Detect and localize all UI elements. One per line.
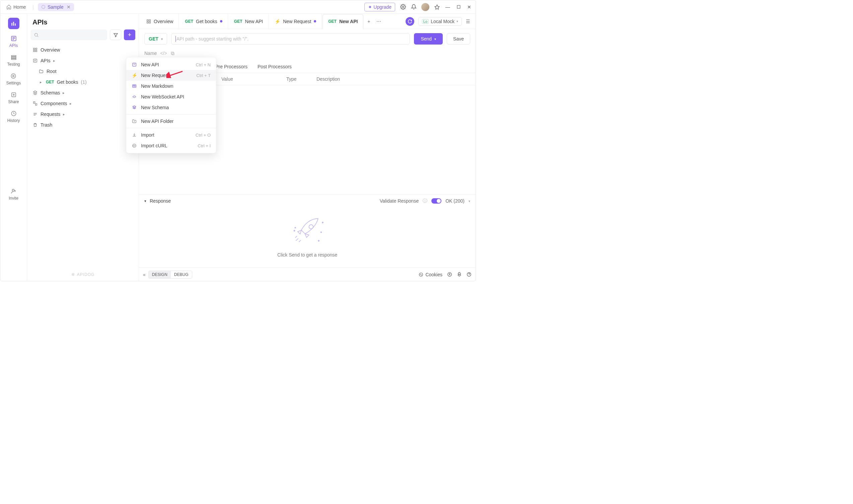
- col-value: Value: [221, 76, 286, 82]
- validate-toggle[interactable]: [431, 198, 441, 204]
- svg-point-33: [420, 274, 421, 274]
- url-input[interactable]: API path - suggest starting with "/".: [171, 33, 410, 44]
- dd-new-schema[interactable]: New Schema: [126, 102, 216, 113]
- dd-new-folder[interactable]: New API Folder: [126, 116, 216, 127]
- chevron-right-icon: ▸: [53, 59, 57, 63]
- rail-share[interactable]: Share: [8, 91, 19, 104]
- add-button[interactable]: +: [124, 30, 135, 40]
- avatar[interactable]: [421, 3, 429, 11]
- rail-invite-label: Invite: [9, 196, 18, 201]
- chevron-down-icon: ▾: [456, 19, 458, 23]
- svg-rect-8: [12, 57, 16, 58]
- tab-more-button[interactable]: ⋯: [374, 17, 383, 26]
- tab-newapi1[interactable]: GET New API: [229, 14, 269, 29]
- bell-icon[interactable]: [411, 4, 417, 10]
- chevron-down-icon: ▾: [434, 37, 436, 41]
- rail-invite[interactable]: Invite: [9, 188, 18, 201]
- bug-icon[interactable]: [457, 272, 462, 277]
- dd-import-curl[interactable]: Import cURL Ctrl + I: [126, 140, 216, 151]
- tree-overview[interactable]: Overview: [30, 45, 136, 55]
- copy-icon[interactable]: [170, 51, 175, 56]
- dd-new-api[interactable]: New API Ctrl + N: [126, 59, 216, 70]
- svg-rect-9: [12, 59, 16, 60]
- tree-apis[interactable]: APIs ▸: [30, 56, 136, 66]
- dd-import-curl-label: Import cURL: [141, 143, 167, 148]
- dd-separator: [126, 128, 216, 128]
- dd-import[interactable]: Import Ctrl + O: [126, 130, 216, 140]
- app-logo[interactable]: [8, 18, 19, 29]
- menu-icon[interactable]: ☰: [466, 19, 470, 24]
- sample-tab[interactable]: Sample ✕: [38, 3, 74, 11]
- bolt-icon: ⚡: [132, 73, 137, 78]
- help-icon[interactable]: [467, 272, 472, 277]
- import-curl-icon: [132, 143, 137, 148]
- upload-icon[interactable]: [447, 272, 452, 277]
- search-input[interactable]: [31, 30, 107, 40]
- tab-getbooks[interactable]: GET Get books: [180, 14, 228, 29]
- dd-new-markdown[interactable]: New Markdown: [126, 81, 216, 91]
- dd-new-request[interactable]: ⚡ New Request Ctrl + T: [126, 70, 216, 81]
- dd-import-label: Import: [141, 132, 155, 138]
- tree-components[interactable]: Components ▸: [30, 98, 136, 108]
- upgrade-icon: ✦: [368, 4, 372, 10]
- tree-getbooks[interactable]: ▸ GET Get books (1): [30, 77, 136, 87]
- tree-root[interactable]: Root: [30, 66, 136, 76]
- dd-new-websocket[interactable]: New WebSocket API: [126, 91, 216, 102]
- tree-requests[interactable]: Requests ▸: [30, 109, 136, 119]
- filter-button[interactable]: [110, 30, 121, 40]
- tree-trash[interactable]: Trash: [30, 120, 136, 130]
- tree-schemas[interactable]: Schemas ▸: [30, 88, 136, 98]
- home-tab[interactable]: Home: [4, 3, 29, 11]
- svg-point-32: [419, 273, 423, 276]
- svg-rect-5: [15, 23, 16, 26]
- chevron-down-icon[interactable]: ▾: [469, 199, 470, 203]
- rail-history[interactable]: History: [7, 110, 20, 123]
- tree-trash-label: Trash: [40, 122, 52, 128]
- rail-apis[interactable]: APIs: [10, 35, 18, 48]
- chevron-down-icon[interactable]: ▾: [144, 199, 146, 203]
- folder-icon: [38, 69, 44, 74]
- rail-share-label: Share: [8, 100, 19, 104]
- design-button[interactable]: DESIGN: [149, 271, 171, 278]
- rocket-icon: [289, 214, 326, 248]
- svg-rect-17: [36, 48, 37, 50]
- req-tab-pre[interactable]: Pre Processors: [215, 61, 248, 73]
- env-selector[interactable]: Lo Local Mock ▾: [418, 17, 462, 26]
- req-tab-post[interactable]: Post Processors: [257, 61, 292, 73]
- response-status[interactable]: OK (200): [446, 198, 465, 204]
- tree-schemas-label: Schemas: [40, 90, 60, 95]
- method-badge: GET: [185, 19, 193, 24]
- save-button[interactable]: Save: [447, 33, 470, 44]
- tree-overview-label: Overview: [40, 47, 60, 53]
- tree-getbooks-label: Get books: [57, 79, 78, 85]
- tab-newrequest[interactable]: ⚡ New Request: [269, 14, 322, 29]
- name-placeholder[interactable]: Name: [144, 51, 157, 56]
- tab-overview[interactable]: Overview: [141, 14, 179, 29]
- dd-import-curl-shortcut: Ctrl + I: [198, 143, 211, 148]
- close-icon[interactable]: ✕: [67, 4, 71, 10]
- collapse-icon[interactable]: «: [143, 272, 146, 277]
- upgrade-button[interactable]: ✦ Upgrade: [364, 3, 395, 12]
- settings-icon[interactable]: [400, 4, 406, 10]
- new-tab-button[interactable]: +: [364, 17, 374, 26]
- svg-point-14: [12, 189, 14, 191]
- rail-settings[interactable]: Settings: [6, 73, 21, 85]
- send-button[interactable]: Send ▾: [414, 33, 443, 44]
- cookies-button[interactable]: Cookies: [419, 272, 442, 277]
- pin-icon[interactable]: [434, 4, 440, 10]
- debug-button[interactable]: DEBUG: [171, 271, 192, 278]
- info-icon[interactable]: ⓘ: [423, 198, 427, 204]
- svg-rect-2: [457, 5, 460, 8]
- upgrade-label: Upgrade: [374, 4, 392, 10]
- refresh-button[interactable]: [405, 17, 414, 26]
- minimize-icon[interactable]: —: [445, 4, 451, 10]
- maximize-icon[interactable]: [455, 4, 461, 10]
- tab-newapi2[interactable]: GET New API: [323, 14, 363, 29]
- rail-testing[interactable]: Testing: [7, 54, 20, 67]
- col-description: Description: [316, 76, 470, 82]
- method-select[interactable]: GET ▾: [144, 33, 167, 44]
- window-close-icon[interactable]: ✕: [466, 4, 472, 10]
- code-icon[interactable]: </>: [160, 51, 167, 56]
- footer-row: « DESIGN DEBUG Cookies: [139, 268, 475, 281]
- svg-rect-23: [147, 19, 148, 21]
